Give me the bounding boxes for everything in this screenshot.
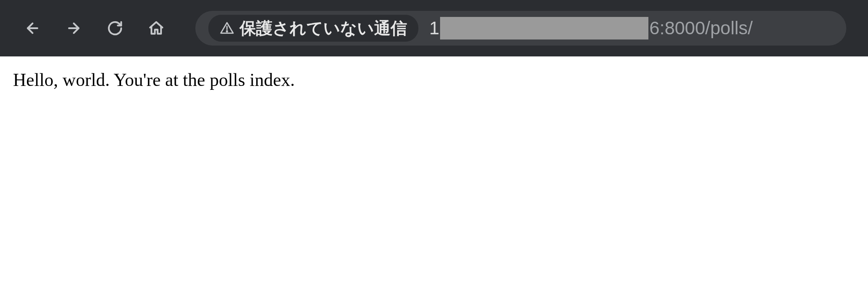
reload-button[interactable] bbox=[104, 17, 126, 39]
svg-point-1 bbox=[227, 31, 227, 32]
url-display[interactable]: 1 6:8000/polls/ bbox=[423, 17, 833, 39]
forward-icon bbox=[66, 20, 82, 36]
security-badge[interactable]: 保護されていない通信 bbox=[208, 15, 418, 42]
address-bar[interactable]: 保護されていない通信 1 6:8000/polls/ bbox=[195, 11, 846, 46]
back-icon bbox=[24, 20, 41, 36]
page-body-text: Hello, world. You're at the polls index. bbox=[13, 69, 855, 90]
reload-icon bbox=[107, 20, 123, 36]
url-port-path: 6:8000/polls/ bbox=[649, 18, 753, 39]
url-prefix: 1 bbox=[429, 18, 439, 39]
forward-button[interactable] bbox=[63, 17, 85, 39]
home-button[interactable] bbox=[145, 17, 167, 39]
browser-toolbar: 保護されていない通信 1 6:8000/polls/ bbox=[0, 0, 868, 56]
back-button[interactable] bbox=[22, 17, 43, 39]
warning-icon bbox=[220, 21, 234, 36]
security-label: 保護されていない通信 bbox=[240, 17, 407, 39]
home-icon bbox=[148, 20, 164, 36]
page-content: Hello, world. You're at the polls index. bbox=[0, 56, 868, 103]
url-redacted-block bbox=[440, 17, 648, 39]
